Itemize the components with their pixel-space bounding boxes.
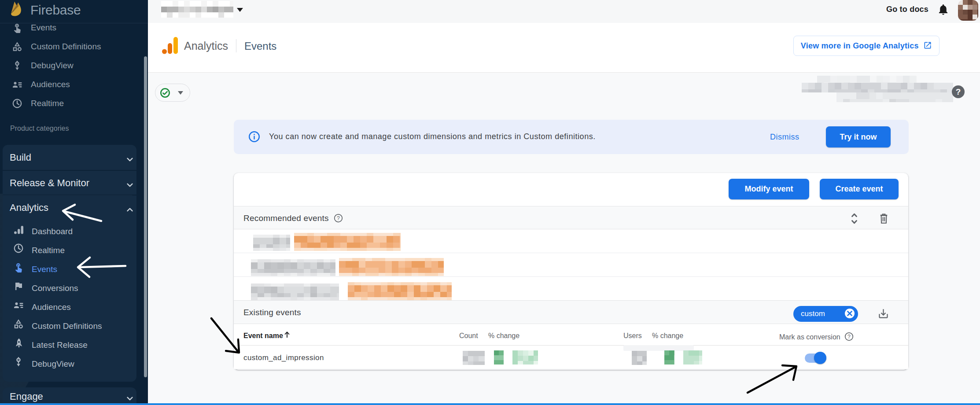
svg-text:?: ? (337, 215, 340, 221)
svg-text:?: ? (847, 334, 851, 340)
